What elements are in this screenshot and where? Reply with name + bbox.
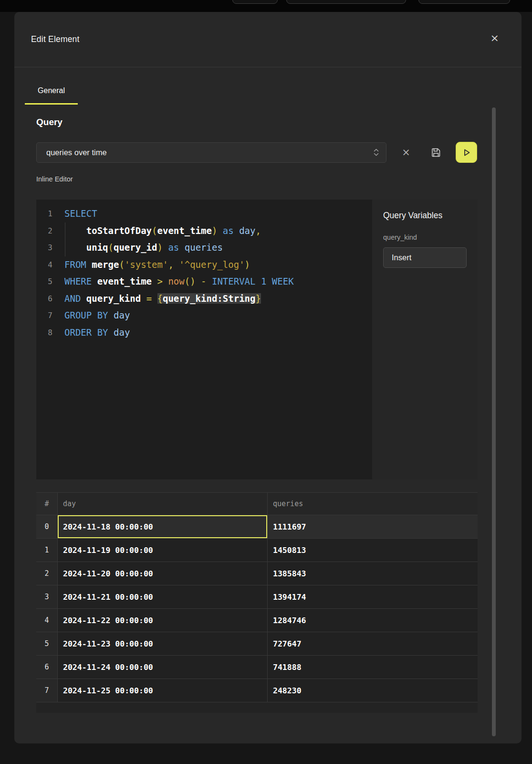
tab-general[interactable]: General xyxy=(25,67,78,105)
queries-cell[interactable]: 741888 xyxy=(267,656,478,679)
code-line-text: FROM merge('system', '^query_log') xyxy=(52,256,250,274)
queries-cell[interactable]: 1284746 xyxy=(267,609,478,632)
insert-variable-button[interactable]: Insert xyxy=(383,247,467,268)
code-line: 5WHERE event_time > now() - INTERVAL 1 W… xyxy=(36,273,372,290)
line-number: 2 xyxy=(36,223,52,240)
code-line-text: ORDER BY day xyxy=(52,324,130,341)
query-row: queries over time × xyxy=(36,142,478,163)
day-cell[interactable]: 2024-11-18 00:00:00 xyxy=(57,515,267,539)
row-index-cell: 0 xyxy=(36,515,57,539)
day-cell[interactable]: 2024-11-24 00:00:00 xyxy=(57,656,267,679)
line-number: 5 xyxy=(36,273,52,290)
column-header: day xyxy=(57,492,267,515)
queries-cell[interactable]: 248230 xyxy=(267,679,478,702)
indent-guide xyxy=(65,223,65,240)
tab-content: Query queries over time × xyxy=(14,105,522,713)
background-button[interactable] xyxy=(418,0,510,4)
table-row: 02024-11-18 00:00:001111697 xyxy=(36,515,478,539)
queries-cell[interactable]: 1394174 xyxy=(267,585,478,609)
table-row: 52024-11-23 00:00:00727647 xyxy=(36,632,478,656)
modal-header: Edit Element × xyxy=(14,12,522,67)
day-cell[interactable]: 2024-11-23 00:00:00 xyxy=(57,632,267,656)
code-line: 8ORDER BY day xyxy=(36,324,372,341)
table-row: 72024-11-25 00:00:00248230 xyxy=(36,679,478,702)
day-cell[interactable]: 2024-11-20 00:00:00 xyxy=(57,562,267,585)
code-line-text: AND query_kind = {query_kind:String} xyxy=(52,290,261,308)
day-cell[interactable]: 2024-11-19 00:00:00 xyxy=(57,539,267,562)
row-index-cell: 6 xyxy=(36,656,57,679)
variable-name-label: query_kind xyxy=(383,233,467,241)
column-header: # xyxy=(36,492,57,515)
code-line-text: SELECT xyxy=(52,205,97,223)
column-header: queries xyxy=(267,492,478,515)
code-line-text: uniq(query_id) as queries xyxy=(52,239,223,256)
line-number: 7 xyxy=(36,307,52,324)
table-row: 62024-11-24 00:00:00741888 xyxy=(36,656,478,679)
background-topbar xyxy=(0,0,532,12)
line-number: 8 xyxy=(36,324,52,341)
query-select[interactable]: queries over time xyxy=(36,142,386,163)
query-select-value: queries over time xyxy=(46,148,373,157)
code-line-text: WHERE event_time > now() - INTERVAL 1 WE… xyxy=(52,273,294,290)
row-index-cell: 1 xyxy=(36,539,57,562)
queries-cell[interactable]: 1385843 xyxy=(267,562,478,585)
code-line: 6AND query_kind = {query_kind:String} xyxy=(36,290,372,308)
day-cell[interactable]: 2024-11-21 00:00:00 xyxy=(57,585,267,609)
sql-editor[interactable]: 1SELECT2 toStartOfDay(event_time) as day… xyxy=(36,200,372,479)
code-line: 2 toStartOfDay(event_time) as day, xyxy=(36,223,372,240)
tab-bar: General xyxy=(14,67,522,105)
day-cell[interactable]: 2024-11-22 00:00:00 xyxy=(57,609,267,632)
table-header-row: #dayqueries xyxy=(36,492,478,515)
close-icon[interactable]: × xyxy=(490,33,499,43)
row-index-cell: 4 xyxy=(36,609,57,632)
query-heading: Query xyxy=(36,117,522,127)
row-index-cell: 2 xyxy=(36,562,57,585)
row-index-cell: 5 xyxy=(36,632,57,656)
queries-cell[interactable]: 1450813 xyxy=(267,539,478,562)
row-index-cell: 7 xyxy=(36,679,57,702)
code-line: 7GROUP BY day xyxy=(36,307,372,324)
code-line: 4FROM merge('system', '^query_log') xyxy=(36,256,372,274)
floppy-disk-icon xyxy=(430,147,441,158)
line-number: 3 xyxy=(36,239,52,256)
background-button[interactable] xyxy=(286,0,406,4)
editor-container: 1SELECT2 toStartOfDay(event_time) as day… xyxy=(36,200,478,479)
table-row: 22024-11-20 00:00:001385843 xyxy=(36,562,478,585)
modal-scrollbar[interactable] xyxy=(492,107,496,736)
inline-editor-label: Inline Editor xyxy=(36,175,522,183)
row-index-cell: 3 xyxy=(36,585,57,609)
line-number: 4 xyxy=(36,256,52,274)
clear-query-icon[interactable]: × xyxy=(398,145,414,160)
modal-title: Edit Element xyxy=(31,34,80,44)
background-button[interactable] xyxy=(232,0,278,4)
table-row: 42024-11-22 00:00:001284746 xyxy=(36,609,478,632)
code-line-text: GROUP BY day xyxy=(52,307,130,324)
edit-element-modal: Edit Element × General Query queries ove… xyxy=(14,12,522,743)
queries-cell[interactable]: 1111697 xyxy=(267,515,478,539)
code-line-text: toStartOfDay(event_time) as day, xyxy=(52,223,261,240)
save-query-icon[interactable] xyxy=(428,145,443,160)
results-table: #dayqueries02024-11-18 00:00:00111169712… xyxy=(36,492,478,713)
queries-cell[interactable]: 727647 xyxy=(267,632,478,656)
query-variables-panel: Query Variables query_kind Insert xyxy=(372,200,478,479)
indent-guide xyxy=(65,239,65,256)
code-line: 1SELECT xyxy=(36,205,372,223)
table-row: 32024-11-21 00:00:001394174 xyxy=(36,585,478,609)
line-number: 1 xyxy=(36,205,52,223)
day-cell[interactable]: 2024-11-25 00:00:00 xyxy=(57,679,267,702)
line-number: 6 xyxy=(36,290,52,308)
run-query-button[interactable] xyxy=(456,142,477,163)
chevron-updown-icon xyxy=(373,148,379,157)
query-variables-heading: Query Variables xyxy=(383,211,467,221)
code-line: 3 uniq(query_id) as queries xyxy=(36,239,372,256)
table-row: 12024-11-19 00:00:001450813 xyxy=(36,539,478,562)
play-icon xyxy=(461,147,472,158)
